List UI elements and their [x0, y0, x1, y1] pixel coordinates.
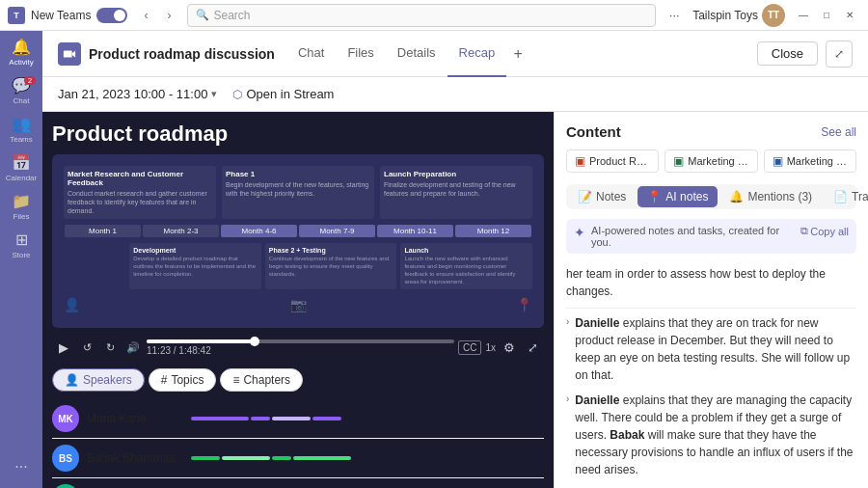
video-panel: Product roadmap Market Research and Cust… — [42, 112, 554, 488]
sidebar-item-chat[interactable]: 💬 Chat 2 — [4, 73, 39, 108]
close-meeting-button[interactable]: Close — [757, 41, 818, 66]
sidebar-item-label: Teams — [10, 135, 33, 144]
copy-all-button[interactable]: ⧉ Copy all — [800, 225, 849, 237]
phase-text: Continue development of the new features… — [269, 256, 393, 278]
xls-icon: ▣ — [673, 154, 684, 168]
tab-details[interactable]: Details — [386, 31, 448, 77]
sidebar-more-button[interactable]: ··· — [4, 449, 39, 484]
stream-label: Open in Stream — [246, 87, 334, 101]
video-icon-right[interactable]: 📍 — [516, 297, 532, 312]
title-bar: T New Teams ‹ › 🔍 Search ··· Tailspin To… — [0, 0, 868, 31]
app-layout: 🔔 Activity 💬 Chat 2 👥 Teams 📅 Calendar 📁… — [0, 31, 868, 488]
sidebar-item-calendar[interactable]: 📅 Calendar — [4, 150, 39, 185]
tab-chat[interactable]: Chat — [286, 31, 336, 77]
sidebar-item-files[interactable]: 📁 Files — [4, 189, 39, 224]
tab-recap[interactable]: Recap — [448, 31, 507, 77]
phase-title: Phase 2 + Testing — [269, 247, 393, 254]
file-chip-ppt[interactable]: ▣ Product Roadmap... — [566, 149, 659, 173]
progress-bar[interactable] — [147, 339, 454, 343]
meeting-header: Product roadmap discussion Chat Files De… — [42, 31, 868, 77]
tab-files[interactable]: Files — [336, 31, 385, 77]
speakers-tabs: 👤 Speakers # Topics ≡ Chapters — [52, 368, 544, 392]
time-display: 11:23 / 1:48:42 — [147, 345, 454, 356]
rewind-button[interactable]: ↺ — [77, 338, 96, 357]
search-bar[interactable]: 🔍 Search — [187, 4, 656, 27]
cell-text: Begin development of the new features, s… — [226, 180, 370, 198]
expand-icon[interactable]: › — [566, 393, 569, 404]
sidebar-item-label: Chat — [14, 96, 30, 105]
bar — [272, 456, 291, 460]
ai-banner: ✦ AI-powered notes and tasks, created fo… — [566, 219, 856, 254]
tab-transcript[interactable]: 📄 Transcript — [824, 186, 868, 207]
bar — [222, 456, 270, 460]
tab-notes[interactable]: 📝 Notes — [568, 186, 636, 207]
fullscreen-button[interactable]: ⤢ — [523, 338, 542, 357]
content-files: ▣ Product Roadmap... ▣ Marketing budget.… — [566, 149, 856, 173]
new-teams-toggle[interactable] — [96, 8, 127, 23]
date-selector[interactable]: Jan 21, 2023 10:00 - 11:00 ▾ — [58, 87, 217, 101]
right-panel: Content See all ▣ Product Roadmap... ▣ M… — [554, 112, 868, 488]
main-content: Product roadmap discussion Chat Files De… — [42, 31, 868, 488]
file-name-xls: Marketing budget... — [688, 155, 748, 167]
tab-topics[interactable]: # Topics — [149, 368, 217, 392]
app-name-label: New Teams — [31, 9, 91, 22]
popout-button[interactable]: ⤢ — [826, 41, 853, 68]
tab-speakers[interactable]: 👤 Speakers — [52, 368, 145, 392]
chevron-down-icon: ▾ — [211, 88, 217, 100]
speed-button[interactable]: 1x — [485, 342, 496, 353]
tab-ai-notes[interactable]: 📍 AI notes — [637, 186, 718, 207]
sidebar-item-teams[interactable]: 👥 Teams — [4, 112, 39, 147]
progress-area[interactable]: 11:23 / 1:48:42 — [147, 339, 454, 356]
chat-badge: 2 — [24, 76, 36, 85]
speaker-row-babak: BS Babak Shammas — [52, 439, 544, 478]
nav-arrows: ‹ › — [135, 5, 179, 26]
chapters-icon: ≡ — [232, 373, 239, 387]
phase-title: Development — [133, 247, 258, 254]
volume-button[interactable]: 🔊 — [123, 338, 143, 357]
speaker-bars-babak — [191, 456, 544, 460]
avatar[interactable]: TT — [762, 4, 785, 27]
back-button[interactable]: ‹ — [135, 5, 156, 26]
sidebar-item-store[interactable]: ⊞ Store — [4, 228, 39, 262]
title-bar-left: T New Teams — [8, 7, 127, 24]
settings-button[interactable]: ⚙ — [500, 338, 519, 357]
video-icon-center[interactable]: 📷 — [290, 297, 307, 312]
cell-text: Finalize development and testing of the … — [384, 180, 529, 198]
close-window-button[interactable]: ✕ — [839, 5, 860, 26]
note-block-2: › Danielle explains that they are managi… — [566, 392, 856, 478]
minimize-button[interactable]: — — [793, 5, 814, 26]
file-name-doc: Marketing demo... — [787, 155, 848, 167]
open-in-stream-link[interactable]: ⬡ Open in Stream — [232, 87, 334, 101]
video-icon-left[interactable]: 👤 — [64, 297, 80, 312]
sidebar-item-activity[interactable]: 🔔 Activity — [4, 35, 39, 69]
cc-button[interactable]: CC — [458, 340, 481, 355]
note-block-text-2: Danielle explains that they are managing… — [575, 392, 856, 478]
file-chip-doc[interactable]: ▣ Marketing demo... — [764, 149, 856, 173]
phase-text: Develop a detailed product roadmap that … — [133, 256, 258, 278]
stream-icon: ⬡ — [232, 88, 242, 101]
speaker-name-babak: Babak Shammas — [87, 451, 183, 465]
forward-button[interactable]: ↻ — [100, 338, 120, 357]
ctrl-right: CC 1x ⚙ ⤢ — [458, 338, 542, 357]
month-7-9: Month 7-9 — [299, 225, 375, 237]
tab-chapters[interactable]: ≡ Chapters — [220, 368, 303, 392]
maximize-button[interactable]: □ — [816, 5, 837, 26]
play-button[interactable]: ▶ — [54, 338, 73, 357]
content-area: Product roadmap Market Research and Cust… — [42, 112, 868, 488]
bar — [191, 456, 220, 460]
file-chip-xls[interactable]: ▣ Marketing budget... — [665, 149, 757, 173]
add-tab-button[interactable]: + — [506, 31, 529, 77]
content-header: Content See all — [566, 123, 856, 140]
expand-icon[interactable]: › — [566, 316, 569, 327]
more-icon[interactable]: ··· — [664, 5, 685, 26]
cell-title: Phase 1 — [226, 170, 370, 178]
see-all-button[interactable]: See all — [821, 125, 856, 139]
notes-icon: 📝 — [578, 190, 592, 203]
store-icon: ⊞ — [15, 230, 28, 249]
cell-title: Launch Preparation — [384, 170, 529, 178]
forward-button[interactable]: › — [158, 5, 179, 26]
profile-area[interactable]: Tailspin Toys TT — [692, 4, 785, 27]
tab-mentions[interactable]: 🔔 Mentions (3) — [719, 186, 822, 207]
sidebar-item-label: Store — [12, 251, 30, 259]
month-1: Month 1 — [65, 225, 141, 237]
